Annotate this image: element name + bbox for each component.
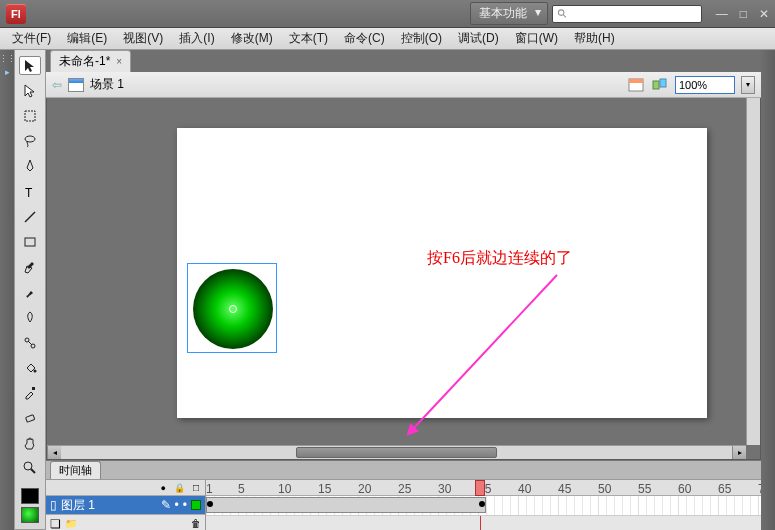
frame-ruler[interactable]: 1510152025303540455055606570 (206, 480, 761, 496)
search-input[interactable] (568, 8, 697, 20)
ball-symbol[interactable] (193, 269, 273, 349)
new-layer-button[interactable]: ❏ (50, 517, 61, 531)
vertical-scrollbar[interactable] (746, 98, 760, 445)
zoom-input[interactable] (675, 76, 735, 94)
search-icon (557, 8, 568, 20)
keyframe-dot[interactable] (479, 501, 485, 507)
right-collapse-rail[interactable] (761, 50, 775, 530)
svg-point-0 (558, 9, 564, 15)
keyframe-dot[interactable] (207, 501, 213, 507)
menu-item[interactable]: 命令(C) (336, 28, 393, 49)
workspace-switcher[interactable]: 基本功能 (470, 2, 548, 25)
layer-name: 图层 1 (61, 497, 157, 514)
text-tool[interactable]: T (19, 182, 41, 201)
layer-type-icon: ▯ (50, 498, 57, 512)
scroll-thumb[interactable] (296, 447, 497, 458)
zoom-tool[interactable] (19, 459, 41, 478)
stage-area[interactable]: 按F6后就边连续的了 ◂ ▸ (46, 98, 761, 460)
expand-icon: ⋮⋮ (0, 54, 15, 64)
frame-strip[interactable] (206, 496, 761, 516)
menu-item[interactable]: 视图(V) (115, 28, 171, 49)
svg-point-10 (34, 369, 37, 372)
svg-text:T: T (25, 186, 33, 200)
zoom-dropdown-button[interactable]: ▾ (741, 76, 755, 94)
svg-rect-18 (660, 79, 666, 87)
stage[interactable] (177, 128, 707, 418)
back-arrow-icon[interactable]: ⇦ (52, 78, 62, 92)
brush-tool[interactable] (19, 283, 41, 302)
svg-rect-12 (26, 415, 35, 422)
menu-bar: 文件(F)编辑(E)视图(V)插入(I)修改(M)文本(T)命令(C)控制(O)… (0, 28, 775, 50)
selection-tool[interactable] (19, 56, 41, 75)
ruler-mark: 70 (758, 482, 761, 496)
lasso-tool[interactable] (19, 132, 41, 151)
outline-header-icon[interactable]: □ (193, 482, 199, 493)
playhead[interactable] (475, 480, 485, 496)
close-tab-icon[interactable]: × (116, 56, 122, 67)
ruler-mark: 25 (398, 482, 411, 496)
ruler-mark: 60 (678, 482, 691, 496)
edit-scene-button[interactable] (627, 76, 645, 94)
close-button[interactable]: ✕ (759, 7, 769, 21)
left-collapse-rail[interactable]: ⋮⋮ ▸ (0, 50, 14, 530)
menu-item[interactable]: 编辑(E) (59, 28, 115, 49)
eraser-tool[interactable] (19, 408, 41, 427)
subselection-tool[interactable] (19, 81, 41, 100)
new-folder-button[interactable]: 📁 (65, 518, 77, 529)
line-tool[interactable] (19, 207, 41, 226)
paint-bucket-tool[interactable] (19, 358, 41, 377)
layer-row[interactable]: ▯ 图层 1 ✎ • • (46, 496, 205, 514)
selection-bounding-box[interactable] (187, 263, 277, 353)
menu-item[interactable]: 控制(O) (393, 28, 450, 49)
eyedropper-tool[interactable] (19, 383, 41, 402)
timeline-panel: 时间轴 ● 🔒 □ ▯ 图层 1 ✎ • • (46, 460, 761, 530)
scroll-left-button[interactable]: ◂ (47, 446, 61, 459)
bone-tool[interactable] (19, 333, 41, 352)
lock-header-icon[interactable]: 🔒 (174, 483, 185, 493)
ruler-mark: 20 (358, 482, 371, 496)
ruler-mark: 10 (278, 482, 291, 496)
arrow-icon: ▸ (5, 67, 9, 77)
svg-line-9 (28, 341, 32, 345)
menu-item[interactable]: 窗口(W) (507, 28, 566, 49)
scene-icon (68, 78, 84, 92)
free-transform-tool[interactable] (19, 106, 41, 125)
svg-line-14 (31, 469, 35, 473)
menu-item[interactable]: 文件(F) (4, 28, 59, 49)
visibility-header-icon[interactable]: ● (161, 483, 166, 493)
pencil-tool[interactable] (19, 257, 41, 276)
stroke-color-swatch[interactable] (21, 488, 39, 504)
layer-visible-dot[interactable]: • (175, 498, 179, 512)
menu-item[interactable]: 插入(I) (171, 28, 222, 49)
ruler-mark: 45 (558, 482, 571, 496)
scene-label[interactable]: 场景 1 (90, 76, 124, 93)
svg-rect-16 (629, 79, 643, 83)
deco-tool[interactable] (19, 308, 41, 327)
minimize-button[interactable]: — (716, 7, 728, 21)
menu-item[interactable]: 调试(D) (450, 28, 507, 49)
menu-item[interactable]: 文本(T) (281, 28, 336, 49)
svg-line-5 (25, 212, 35, 222)
delete-layer-button[interactable]: 🗑 (191, 518, 201, 529)
hand-tool[interactable] (19, 434, 41, 453)
menu-item[interactable]: 修改(M) (223, 28, 281, 49)
ruler-mark: 50 (598, 482, 611, 496)
layer-outline-swatch[interactable] (191, 500, 201, 510)
edit-symbols-button[interactable] (651, 76, 669, 94)
document-tab[interactable]: 未命名-1* × (50, 50, 131, 72)
scroll-right-button[interactable]: ▸ (732, 446, 746, 459)
svg-rect-2 (25, 111, 35, 121)
fill-color-swatch[interactable] (21, 507, 39, 523)
horizontal-scrollbar[interactable]: ◂ ▸ (47, 445, 746, 459)
maximize-button[interactable]: □ (740, 7, 747, 21)
timeline-tab[interactable]: 时间轴 (50, 461, 101, 479)
layer-pencil-icon: ✎ (161, 498, 171, 512)
pen-tool[interactable] (19, 157, 41, 176)
rectangle-tool[interactable] (19, 232, 41, 251)
ruler-mark: 30 (438, 482, 451, 496)
search-field[interactable] (552, 5, 702, 23)
menu-item[interactable]: 帮助(H) (566, 28, 623, 49)
layer-lock-dot[interactable]: • (183, 498, 187, 512)
frame-span[interactable] (206, 497, 486, 513)
svg-line-1 (563, 14, 566, 17)
